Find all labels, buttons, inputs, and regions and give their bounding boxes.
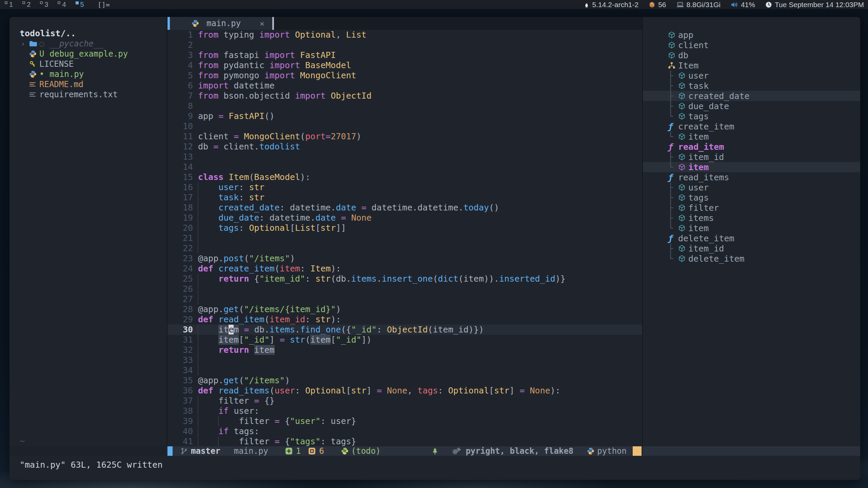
code-line-35[interactable]: 35@app.get("/items"): [167, 375, 642, 386]
code-line-39[interactable]: 39 filter = {"user": user}: [167, 416, 642, 426]
outline-item-client[interactable]: client: [643, 40, 860, 50]
code-line-5[interactable]: 5from pymongo import MongoClient: [167, 70, 642, 81]
code-line-26[interactable]: 26: [167, 284, 642, 294]
outline-label: filter: [688, 203, 719, 213]
command-line[interactable]: "main.py" 63L, 1625C written: [9, 456, 860, 480]
outline-item-task[interactable]: ├task: [643, 81, 860, 91]
symbol-outline[interactable]: appclientdbItem├user├task├created_date├d…: [643, 17, 860, 446]
outline-item-created_date[interactable]: ├created_date: [643, 91, 860, 101]
file-item-debug_example.py[interactable]: Udebug_example.py: [9, 49, 167, 59]
tree-icon: [432, 447, 438, 455]
code-line-38[interactable]: 38 if user:: [167, 406, 642, 416]
code-line-9[interactable]: 9app = FastAPI(): [167, 111, 642, 121]
chevron-right-icon[interactable]: ›: [21, 40, 29, 48]
outline-item-delete_item[interactable]: └delete_item: [643, 253, 860, 264]
tree-branch-glyph: └: [668, 254, 678, 264]
workspace-4[interactable]: 4: [53, 0, 71, 9]
code-line-20[interactable]: 20 tags: Optional[List[str]]: [167, 223, 642, 233]
outline-item-item[interactable]: └item: [643, 162, 860, 172]
file-item-LICENSE[interactable]: LICENSE: [9, 59, 167, 69]
code-line-23[interactable]: 23@app.post("/items"): [167, 253, 642, 264]
tree-branch-glyph: ├: [668, 91, 678, 101]
code-line-34[interactable]: 34: [167, 365, 642, 375]
outline-item-delete_item[interactable]: ƒdelete_item: [643, 233, 860, 243]
outline-item-read_item[interactable]: ƒread_item: [643, 142, 860, 152]
tab-close-icon[interactable]: ✕: [260, 19, 264, 28]
code-line-41[interactable]: 41 filter = {"tags": tags}: [167, 436, 642, 446]
outline-item-items[interactable]: ├items: [643, 213, 860, 223]
file-item-__pycache__[interactable]: ›◌__pycache__: [9, 39, 167, 49]
workspace-3[interactable]: 3: [35, 0, 53, 9]
code-line-32[interactable]: 32 return item: [167, 345, 642, 355]
line-number: 32: [167, 345, 193, 355]
outline-item-item[interactable]: └item: [643, 131, 860, 142]
outline-item-filter[interactable]: ├filter: [643, 203, 860, 213]
code-line-25[interactable]: 25 return {"item_id": str(db.items.inser…: [167, 274, 642, 284]
code-line-13[interactable]: 13: [167, 152, 642, 162]
outline-item-Item[interactable]: Item: [643, 60, 860, 70]
outline-item-due_date[interactable]: ├due_date: [643, 101, 860, 111]
outline-item-tags[interactable]: ├tags: [643, 192, 860, 203]
code-line-6[interactable]: 6import datetime: [167, 81, 642, 91]
code-line-14[interactable]: 14: [167, 162, 642, 172]
code-line-30[interactable]: 30 item = db.items.find_one({"_id": Obje…: [167, 325, 642, 335]
code-line-29[interactable]: 29def read_item(item_id: str):: [167, 314, 642, 325]
workspace-5[interactable]: 5: [71, 0, 89, 9]
code-line-16[interactable]: 16 user: str: [167, 182, 642, 192]
tab-main-py[interactable]: main.py ✕: [170, 17, 272, 30]
line-number: 41: [167, 436, 193, 446]
code-line-11[interactable]: 11client = MongoClient(port=27017): [167, 131, 642, 142]
outline-item-item_id[interactable]: ├item_id: [643, 152, 860, 162]
code-line-17[interactable]: 17 task: str: [167, 192, 642, 203]
code-line-36[interactable]: 36def read_items(user: Optional[str] = N…: [167, 386, 642, 396]
file-item-requirements.txt[interactable]: requirements.txt: [9, 89, 167, 100]
code-text: import datetime: [198, 81, 275, 91]
outline-item-app[interactable]: app: [643, 30, 860, 40]
code-line-40[interactable]: 40 if tags:: [167, 426, 642, 436]
outline-item-user[interactable]: ├user: [643, 70, 860, 81]
outline-item-user[interactable]: ├user: [643, 182, 860, 192]
code-line-28[interactable]: 28@app.get("/items/{item_id}"): [167, 304, 642, 314]
package-icon: [649, 1, 655, 8]
code-line-15[interactable]: 15class Item(BaseModel):: [167, 172, 642, 182]
outline-item-db[interactable]: db: [643, 50, 860, 60]
code-line-12[interactable]: 12db = client.todolist: [167, 142, 642, 152]
code-line-21[interactable]: 21: [167, 233, 642, 243]
code-line-31[interactable]: 31 item["_id"] = str(item["_id"]): [167, 335, 642, 345]
code-line-1[interactable]: 1from typing import Optional, List: [167, 30, 642, 40]
file-item-README.md[interactable]: README.md: [9, 79, 167, 89]
outline-item-item[interactable]: └item: [643, 223, 860, 233]
code-line-33[interactable]: 33: [167, 355, 642, 365]
tree-branch-glyph: ├: [668, 244, 678, 253]
code-line-3[interactable]: 3from fastapi import FastAPI: [167, 50, 642, 60]
code-line-10[interactable]: 10: [167, 121, 642, 131]
workspace-1[interactable]: 1: [0, 0, 18, 9]
code-line-4[interactable]: 4from pydantic import BaseModel: [167, 60, 642, 70]
code-area[interactable]: 1from typing import Optional, List23from…: [167, 30, 642, 446]
outline-item-item_id[interactable]: ├item_id: [643, 243, 860, 253]
workspace-2[interactable]: 2: [18, 0, 35, 9]
code-line-2[interactable]: 2: [167, 40, 642, 50]
code-line-18[interactable]: 18 created_date: datetime.date = datetim…: [167, 203, 642, 213]
outline-item-tags[interactable]: └tags: [643, 111, 860, 121]
code-line-7[interactable]: 7from bson.objectid import ObjectId: [167, 91, 642, 101]
editor-pane[interactable]: main.py ✕ 1from typing import Optional, …: [167, 17, 642, 446]
class-ico-icon: [668, 62, 675, 69]
code-line-8[interactable]: 8: [167, 101, 642, 111]
file-item-main.py[interactable]: •main.py: [9, 69, 167, 79]
file-explorer[interactable]: todolist/.. ›◌__pycache__Udebug_example.…: [9, 17, 167, 446]
explorer-root[interactable]: todolist/..: [9, 17, 167, 39]
file-status-mark: •: [39, 69, 50, 79]
workspace-label: 5: [80, 0, 84, 9]
outline-item-read_items[interactable]: ƒread_items: [643, 172, 860, 182]
cube-icon: [678, 184, 686, 191]
code-line-37[interactable]: 37 filter = {}: [167, 396, 642, 406]
code-text: item = db.items.find_one({"_id": ObjectI…: [198, 325, 484, 335]
outline-item-create_item[interactable]: ƒcreate_item: [643, 121, 860, 131]
code-line-24[interactable]: 24def create_item(item: Item):: [167, 264, 642, 274]
tree-branch-glyph: └: [668, 132, 678, 142]
code-line-22[interactable]: 22: [167, 243, 642, 253]
workspace-label: 1: [9, 0, 13, 9]
code-line-19[interactable]: 19 due_date: datetime.date = None: [167, 213, 642, 223]
code-line-27[interactable]: 27: [167, 294, 642, 304]
